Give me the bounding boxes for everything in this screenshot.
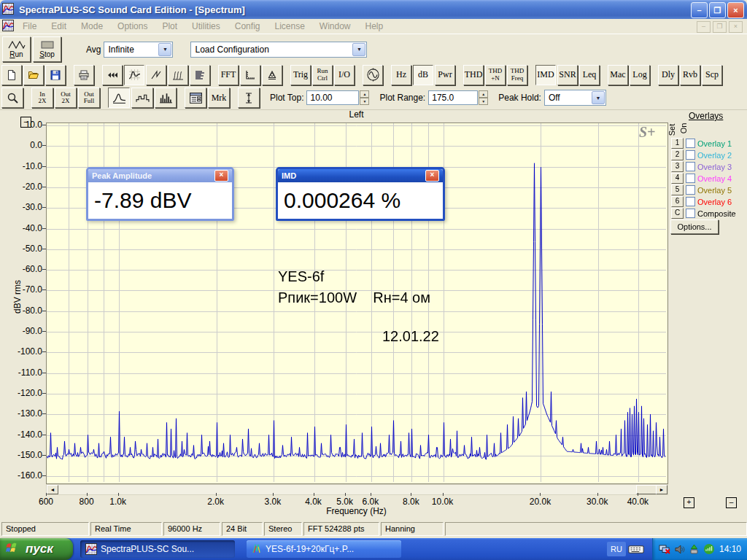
taskbar-task-2[interactable]: YES-6f-19+20кГц+.P... bbox=[247, 540, 401, 558]
overlay-on-checkbox-5[interactable] bbox=[686, 185, 695, 195]
menu-license[interactable]: License bbox=[267, 20, 311, 33]
open-file-button[interactable] bbox=[23, 65, 44, 85]
network-activity-icon[interactable] bbox=[703, 543, 715, 556]
stop-button[interactable]: Stop bbox=[33, 36, 61, 62]
print-button[interactable] bbox=[74, 65, 94, 85]
zoom-button[interactable] bbox=[1, 88, 23, 108]
scaling-button[interactable] bbox=[240, 65, 260, 85]
overlay-on-checkbox-6[interactable] bbox=[686, 197, 695, 206]
display-options-button[interactable] bbox=[185, 88, 206, 108]
overlay-set-button-3[interactable]: 3 bbox=[671, 161, 684, 172]
waterfall-view-button[interactable] bbox=[168, 65, 188, 85]
minimize-button[interactable]: – bbox=[691, 2, 708, 18]
zoom-out-2x-button[interactable]: Out 2X bbox=[55, 88, 77, 108]
thd-freq-button[interactable]: THD Freq bbox=[507, 65, 527, 85]
spectrum-view-button[interactable] bbox=[124, 65, 144, 85]
fft-settings-button[interactable]: FFT bbox=[218, 65, 239, 85]
overlay-set-button-6[interactable]: 6 bbox=[671, 196, 684, 207]
overlay-on-checkbox-3[interactable] bbox=[686, 162, 695, 171]
avg-select[interactable]: Infinite ▼ bbox=[104, 42, 173, 58]
expand-plot-button[interactable]: + bbox=[684, 497, 694, 508]
peak-hold-select[interactable]: Off ▼ bbox=[544, 90, 606, 106]
overlay-on-checkbox-2[interactable] bbox=[686, 150, 695, 160]
scroll-left-arrow[interactable]: ◄ bbox=[47, 485, 58, 494]
mdi-restore-button[interactable]: ❐ bbox=[713, 21, 727, 33]
overlay-set-button-5[interactable]: 5 bbox=[671, 184, 684, 195]
dly-button[interactable]: Dly bbox=[658, 65, 678, 85]
title-bar[interactable]: SpectraPLUS-SC Sound Card Edition - [Spe… bbox=[0, 0, 747, 19]
zoom-out-full-button[interactable]: Out Full bbox=[78, 88, 100, 108]
keyboard-icon[interactable] bbox=[628, 544, 644, 558]
shrink-plot-button[interactable]: – bbox=[726, 497, 737, 508]
io-device-button[interactable]: I/O bbox=[334, 65, 355, 85]
close-icon[interactable]: × bbox=[214, 170, 228, 182]
overlay-on-checkbox-4[interactable] bbox=[686, 174, 695, 183]
peak-amplitude-titlebar[interactable]: Peak Amplitude × bbox=[88, 169, 232, 182]
calibration-button[interactable] bbox=[262, 65, 282, 85]
line-plot-button[interactable] bbox=[108, 88, 130, 108]
start-button[interactable]: пуск bbox=[0, 538, 73, 560]
horizontal-scrollbar[interactable]: ◄ ► bbox=[46, 484, 668, 495]
load-configuration-select[interactable]: Load Configuration ▼ bbox=[190, 42, 367, 58]
imd-button[interactable]: IMD bbox=[535, 65, 556, 85]
run-button[interactable]: Run bbox=[2, 36, 31, 62]
plot-top-spinner[interactable]: ▲▼ bbox=[360, 90, 369, 105]
marker-button[interactable]: Mrk bbox=[208, 88, 230, 108]
safely-remove-icon[interactable] bbox=[688, 543, 700, 556]
menu-help[interactable]: Help bbox=[358, 20, 391, 33]
menu-edit[interactable]: Edit bbox=[44, 20, 74, 33]
scp-button[interactable]: Scp bbox=[702, 65, 722, 85]
run-control-button[interactable]: Run Ctrl bbox=[312, 65, 333, 85]
thd-n-button[interactable]: THD +N bbox=[485, 65, 506, 85]
log-button[interactable]: Log bbox=[630, 65, 650, 85]
menu-file[interactable]: File bbox=[15, 20, 44, 33]
scroll-right-arrow[interactable]: ► bbox=[656, 485, 667, 494]
mdi-close-button[interactable]: × bbox=[729, 21, 743, 33]
overlay-set-button-1[interactable]: 1 bbox=[671, 138, 684, 149]
pwr-units-button[interactable]: Pwr bbox=[435, 65, 455, 85]
language-indicator[interactable]: RU bbox=[607, 542, 626, 556]
menu-config[interactable]: Config bbox=[228, 20, 268, 33]
close-icon[interactable]: × bbox=[425, 170, 439, 182]
phase-view-button[interactable] bbox=[146, 65, 166, 85]
menu-options[interactable]: Options bbox=[110, 20, 155, 33]
thd-button[interactable]: THD bbox=[463, 65, 484, 85]
fast-average-button[interactable] bbox=[102, 65, 123, 85]
overlay-options-button[interactable]: Options... bbox=[670, 219, 719, 234]
volume-icon[interactable] bbox=[673, 543, 686, 556]
new-file-button[interactable] bbox=[1, 65, 22, 85]
imd-titlebar[interactable]: IMD × bbox=[278, 169, 443, 182]
trigger-button[interactable]: Trig bbox=[290, 65, 311, 85]
plot-range-spinner[interactable]: ▲▼ bbox=[479, 90, 488, 105]
signal-generator-button[interactable] bbox=[363, 65, 383, 85]
step-plot-button[interactable] bbox=[131, 88, 153, 108]
mdi-minimize-button[interactable]: – bbox=[697, 21, 711, 33]
overlay-set-button-2[interactable]: 2 bbox=[671, 149, 684, 160]
overlay-set-button-4[interactable]: 4 bbox=[671, 173, 684, 184]
menu-mode[interactable]: Mode bbox=[74, 20, 110, 33]
db-units-button[interactable]: dB bbox=[413, 65, 433, 85]
overlay-on-checkbox-c[interactable] bbox=[686, 209, 695, 218]
peak-amplitude-window[interactable]: Peak Amplitude × -7.89 dBV bbox=[86, 167, 234, 221]
save-button[interactable] bbox=[45, 65, 66, 85]
plot-top-input[interactable]: 10.00 bbox=[306, 90, 359, 105]
bar-plot-button[interactable] bbox=[155, 88, 177, 108]
mac-button[interactable]: Mac bbox=[608, 65, 628, 85]
hz-units-button[interactable]: Hz bbox=[391, 65, 411, 85]
plot-range-input[interactable]: 175.0 bbox=[428, 90, 478, 105]
scrollbar-thumb[interactable] bbox=[636, 485, 657, 494]
rvb-button[interactable]: Rvb bbox=[680, 65, 700, 85]
zoom-in-2x-button[interactable]: In 2X bbox=[31, 88, 53, 108]
menu-utilities[interactable]: Utilities bbox=[185, 20, 228, 33]
overlay-on-checkbox-1[interactable] bbox=[686, 139, 695, 148]
network-error-icon[interactable] bbox=[659, 543, 671, 556]
leq-button[interactable]: Leq bbox=[579, 65, 600, 85]
menu-plot[interactable]: Plot bbox=[155, 20, 185, 33]
close-button[interactable]: × bbox=[727, 2, 744, 18]
restore-button[interactable]: ❐ bbox=[709, 2, 726, 18]
snr-button[interactable]: SNR bbox=[557, 65, 578, 85]
taskbar-task-1[interactable]: SpectraPLUS-SC Sou... bbox=[80, 540, 235, 558]
plot-range-tool-button[interactable] bbox=[238, 88, 260, 108]
overlay-set-button-c[interactable]: C bbox=[671, 208, 684, 219]
menu-window[interactable]: Window bbox=[312, 20, 358, 33]
